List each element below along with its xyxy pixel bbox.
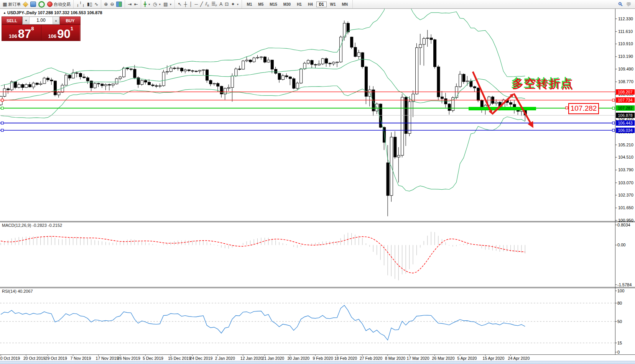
cursor-tool-button[interactable]: ↖ (176, 2, 183, 7)
signal-icon (38, 1, 45, 8)
search-icon[interactable]: 🔍︎ (618, 2, 623, 7)
chart-canvas[interactable] (0, 0, 635, 364)
text-icon: A (219, 2, 222, 7)
zoom-in-icon: ⊕ (104, 2, 108, 7)
auto-scroll-icon: ⇥ (128, 2, 132, 7)
signals-button[interactable] (37, 1, 46, 8)
timeframe-m5-button[interactable]: M5 (255, 2, 266, 7)
crosshair-icon: ┼ (184, 2, 188, 7)
buy-price-small: 106 (48, 34, 57, 39)
zoom-out-icon: ⊖ (110, 2, 114, 7)
crosshair-tool-button[interactable]: ┼ (183, 2, 189, 7)
line-chart-button[interactable]: ∿ (93, 2, 99, 7)
candlestick-button[interactable]: ▮▯ (86, 2, 93, 7)
fibonacci-button[interactable]: ☰F (210, 1, 218, 7)
horizontal-line-button[interactable]: ─ (194, 2, 199, 7)
gold-button[interactable] (22, 2, 29, 7)
timeframe-m15-button[interactable]: M15 (267, 2, 280, 7)
trendline-icon: ╱ (200, 2, 203, 7)
timeframe-h4-button[interactable]: H4 (305, 2, 316, 7)
timeframe-w1-button[interactable]: W1 (327, 2, 339, 7)
bar-chart-button[interactable]: ╷╵╷ (75, 2, 86, 7)
line-chart-icon: ∿ (94, 2, 98, 7)
volume-stepper: ▼ 1.00 ▲ (22, 16, 60, 25)
templates-button[interactable]: ▤▼ (162, 2, 173, 7)
periods-button[interactable]: ◷▼ (152, 2, 162, 7)
new-order-icon: ▦ (3, 2, 7, 7)
volume-input[interactable]: 1.00 (30, 17, 53, 24)
window-bottom-edge (0, 361, 635, 364)
one-click-trading-panel: SELL ▼ 1.00 ▲ BUY 106 87 8 106 90 1 (2, 16, 81, 41)
zoom-in-button[interactable]: ⊕ (103, 2, 109, 7)
timeframe-m1-button[interactable]: M1 (244, 2, 255, 7)
autotrade-icon (47, 2, 53, 7)
symbol-ohlc-text: USDJPY-,Daily 107.288 107.332 106.553 10… (7, 10, 102, 15)
candlestick-chart-icon: ▮▯ (87, 2, 92, 7)
symbol-info-line: ▲ USDJPY-,Daily 107.288 107.332 106.553 … (3, 10, 102, 15)
new-order-label: 新订单 (8, 2, 21, 7)
vertical-line-button[interactable]: │ (188, 2, 194, 7)
volume-decrease-button[interactable]: ▼ (23, 17, 30, 24)
volume-increase-button[interactable]: ▲ (53, 17, 59, 24)
channel-button[interactable]: ⫽E (204, 1, 210, 7)
toolbar: ▦ 新订单 自动交易 ╷╵╷ ▮▯ ∿ ⊕ ⊖ ⇥ ⇤ ╋▼ ◷ (0, 0, 635, 9)
gold-cube-icon (23, 2, 28, 7)
arrows-icon: ✦ (231, 2, 235, 7)
equidistant-channel-icon: ⫽E (205, 2, 209, 7)
arrows-tool-button[interactable]: ✦▼ (230, 2, 240, 7)
sell-price-sup: 8 (31, 26, 34, 31)
tile-windows-icon (116, 2, 122, 7)
timeframe-mn-button[interactable]: MN (339, 2, 351, 7)
periods-icon: ◷ (153, 2, 157, 7)
buy-price-big: 90 (57, 30, 70, 39)
timeframe-m30-button[interactable]: M30 (281, 2, 293, 7)
vertical-line-icon: │ (189, 2, 192, 7)
buy-button[interactable]: BUY (60, 16, 81, 25)
market-watch-button[interactable] (29, 1, 37, 7)
market-watch-icon (30, 2, 36, 7)
sell-price-big: 87 (18, 30, 31, 39)
chart-shift-button[interactable]: ⇤ (133, 2, 139, 7)
bid-ask-display: 106 87 8 106 90 1 (2, 25, 81, 41)
auto-scroll-button[interactable]: ⇥ (127, 2, 133, 7)
timeframe-h1-button[interactable]: H1 (294, 2, 304, 7)
timeframe-d1-button[interactable]: D1 (316, 2, 327, 7)
bar-chart-icon: ╷╵╷ (76, 2, 85, 7)
collapse-arrow-icon[interactable]: ▲ (3, 11, 6, 15)
text-label-icon: ⊡ (225, 2, 229, 7)
autotrade-label: 自动交易 (54, 2, 71, 7)
indicators-button[interactable]: ╋▼ (143, 2, 152, 7)
chart-shift-icon: ⇤ (134, 2, 138, 7)
text-tool-button[interactable]: A (218, 2, 224, 7)
price-callout-label[interactable]: 107.282 (568, 103, 599, 114)
trendline-button[interactable]: ╱ (199, 2, 204, 7)
mt4-terminal-window: ▦ 新订单 自动交易 ╷╵╷ ▮▯ ∿ ⊕ ⊖ ⇥ ⇤ ╋▼ ◷ (0, 0, 635, 364)
fibonacci-icon: ☰F (211, 2, 217, 7)
text-label-button[interactable]: ⊡ (224, 2, 230, 7)
timeframe-group: M1M5M15M30H1H4D1W1MN (242, 0, 353, 8)
buy-price-sup: 1 (71, 26, 73, 31)
turning-point-annotation[interactable]: 多空转折点 (512, 76, 574, 92)
templates-icon: ▤ (163, 2, 168, 7)
chat-icon[interactable]: 💬︎ (626, 2, 631, 7)
zoom-out-button[interactable]: ⊖ (109, 2, 115, 7)
sell-button[interactable]: SELL (2, 16, 22, 25)
horizontal-line-icon: ─ (195, 2, 198, 7)
cursor-icon: ↖ (178, 2, 181, 7)
sell-price-small: 106 (9, 34, 17, 39)
tile-windows-button[interactable] (115, 1, 123, 7)
indicators-icon: ╋ (144, 2, 146, 7)
new-order-button[interactable]: ▦ 新订单 (2, 1, 22, 8)
autotrade-button[interactable]: 自动交易 (46, 1, 72, 8)
buy-price[interactable]: 106 90 1 (41, 25, 81, 41)
sell-price[interactable]: 106 87 8 (2, 25, 41, 41)
